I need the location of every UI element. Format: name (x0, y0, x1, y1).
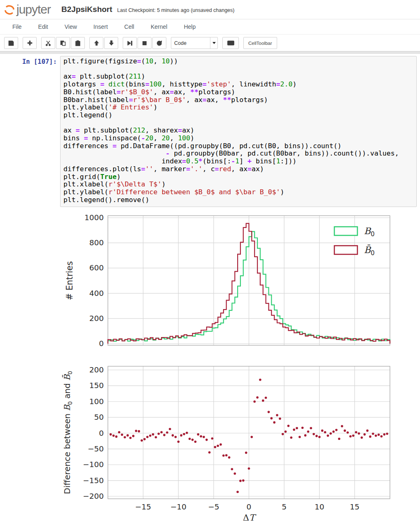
arrow-up-icon (94, 40, 99, 46)
menu-file[interactable]: File (12, 23, 22, 30)
svg-text:Difference between B0 and B̄0: Difference between B0 and B̄0 (62, 371, 73, 494)
add-cell-button[interactable] (23, 37, 37, 49)
difference-scatter-plot: −200−150−100−50050100150200−15−10−505101… (58, 354, 420, 528)
svg-text:1000: 1000 (84, 213, 104, 222)
svg-text:# Entries: # Entries (65, 261, 75, 300)
menu-help[interactable]: Help (184, 23, 196, 30)
save-button[interactable] (4, 37, 18, 49)
interrupt-kernel-button[interactable] (138, 37, 152, 49)
svg-text:−200: −200 (83, 492, 104, 500)
notebook-title[interactable]: B2JpsiKshort (61, 5, 112, 14)
jupyter-logo-icon (4, 3, 15, 16)
command-palette-button[interactable] (222, 37, 239, 49)
paste-button[interactable] (71, 37, 85, 49)
svg-text:15: 15 (350, 502, 360, 511)
cell-type-value: Code (171, 40, 187, 46)
svg-text:−5: −5 (208, 502, 219, 511)
svg-text:ΔT: ΔT (243, 513, 257, 523)
run-icon (127, 40, 133, 46)
svg-text:−15: −15 (135, 502, 151, 511)
svg-text:0: 0 (99, 429, 104, 437)
cut-button[interactable] (41, 37, 55, 49)
svg-text:B̄0: B̄0 (364, 244, 375, 257)
svg-text:200: 200 (89, 314, 104, 323)
restart-kernel-button[interactable] (152, 37, 166, 49)
scissors-icon (45, 40, 51, 46)
header: jupyter B2JpsiKshort Last Checkpoint: 5 … (0, 0, 420, 19)
svg-text:50: 50 (94, 413, 104, 421)
cell-type-select[interactable]: Code (171, 37, 218, 49)
svg-text:150: 150 (89, 381, 104, 390)
move-cell-up-button[interactable] (89, 37, 103, 49)
toolbar-divider (0, 51, 420, 54)
arrow-down-icon (109, 40, 114, 46)
code-editor[interactable]: plt.figure(figsize=(10, 10)) ax= plt.sub… (63, 58, 416, 204)
histogram-plot: 02004006008001000# EntriesB0B̄0 (58, 208, 420, 352)
jupyter-notebook-page: jupyter B2JpsiKshort Last Checkpoint: 5 … (0, 0, 420, 528)
svg-text:10: 10 (315, 502, 324, 511)
svg-text:200: 200 (89, 365, 104, 374)
svg-text:0: 0 (247, 502, 252, 511)
copy-icon (60, 40, 66, 46)
svg-text:400: 400 (89, 289, 104, 298)
select-caret (210, 37, 217, 49)
svg-text:0: 0 (99, 339, 104, 348)
svg-text:800: 800 (89, 238, 104, 247)
svg-text:5: 5 (282, 502, 287, 511)
keyboard-icon (227, 40, 234, 46)
menu-kernel[interactable]: Kernel (151, 23, 167, 30)
svg-text:B0: B0 (364, 226, 375, 238)
menu-view[interactable]: View (65, 23, 77, 30)
paste-icon (75, 40, 81, 46)
code-cell-input[interactable]: plt.figure(figsize=(10, 10)) ax= plt.sub… (60, 56, 417, 207)
input-prompt: In [107]: (12, 58, 57, 65)
plus-icon (27, 40, 33, 46)
restart-icon (156, 40, 162, 46)
svg-text:−50: −50 (88, 444, 104, 453)
menu-edit[interactable]: Edit (38, 23, 48, 30)
menu-insert[interactable]: Insert (93, 23, 108, 30)
cell-toolbar-button[interactable]: CellToolbar (243, 37, 277, 49)
jupyter-logo[interactable]: jupyter (4, 3, 51, 16)
logo-text: jupyter (16, 3, 51, 16)
svg-text:−10: −10 (170, 502, 187, 511)
save-icon (8, 40, 14, 46)
checkpoint-status: Last Checkpoint: 5 minutes ago (unsaved … (117, 6, 235, 13)
menu-bar: File Edit View Insert Cell Kernel Help (0, 19, 420, 35)
svg-text:600: 600 (89, 263, 104, 272)
toolbar: Code CellToolbar (0, 35, 420, 51)
svg-text:−100: −100 (83, 460, 104, 469)
svg-text:−150: −150 (83, 476, 104, 485)
copy-button[interactable] (56, 37, 70, 49)
move-cell-down-button[interactable] (104, 37, 118, 49)
run-cell-button[interactable] (123, 37, 137, 49)
menu-cell[interactable]: Cell (124, 23, 134, 30)
svg-text:100: 100 (89, 397, 104, 406)
stop-icon (142, 40, 147, 46)
